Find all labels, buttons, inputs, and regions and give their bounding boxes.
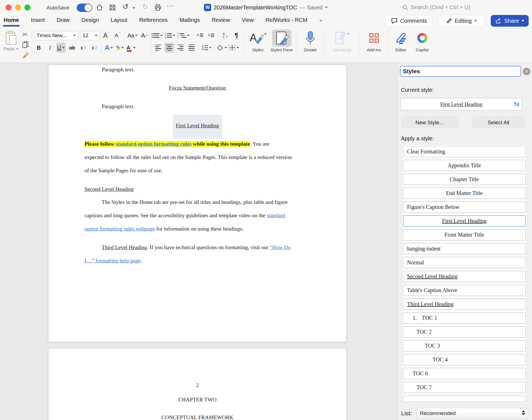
style-item-partial[interactable] xyxy=(403,396,526,402)
increase-indent-button[interactable] xyxy=(206,31,216,41)
help-page-link[interactable]: I…” formatting help page xyxy=(85,258,140,264)
document-page-2[interactable]: 2 CHAPTER TWO CONCEPTUAL FRAMEWORK xyxy=(48,348,347,420)
style-item-appendix-title[interactable]: Appendix Title xyxy=(403,160,526,171)
tab-home[interactable]: Home xyxy=(4,17,19,27)
tab-view[interactable]: View xyxy=(242,17,254,27)
close-pane-button[interactable]: ✕ xyxy=(523,68,530,75)
style-item-toc-2[interactable]: TOC 2 xyxy=(403,326,526,338)
more-tabs-icon[interactable]: » xyxy=(319,17,323,27)
shrink-font-button[interactable]: Aˇ xyxy=(113,31,122,41)
new-style-button[interactable]: New Style... xyxy=(401,117,458,128)
save-icon[interactable] xyxy=(109,4,116,11)
styles-pane-button[interactable]: Styles Pane xyxy=(270,29,294,62)
superscript-button[interactable]: x2 xyxy=(89,43,99,53)
style-list[interactable]: Clear Formatting Appendix Title Chapter … xyxy=(401,144,527,402)
style-item-second-level-heading[interactable]: Second Level Heading xyxy=(403,271,526,282)
styles-button[interactable]: A Styles xyxy=(246,29,270,62)
font-name-combo[interactable]: Times New... xyxy=(34,31,78,40)
formatting-rules-link[interactable]: standard option formatting rules xyxy=(116,141,192,147)
close-window-button[interactable] xyxy=(6,4,12,11)
more-commands-icon[interactable]: ··· xyxy=(167,1,175,10)
style-item-third-level-heading[interactable]: Third Level Heading xyxy=(403,298,526,310)
style-item-tables-caption-above[interactable]: Table's Caption Above xyxy=(403,285,526,296)
show-paragraph-marks-button[interactable]: ¶ xyxy=(232,31,241,41)
share-button[interactable]: Share xyxy=(491,15,529,27)
borders-button[interactable] xyxy=(229,43,239,53)
tab-layout[interactable]: Layout xyxy=(111,17,127,27)
align-left-button[interactable] xyxy=(154,43,163,53)
add-ins-button[interactable]: Add-ins xyxy=(362,29,386,62)
tab-refworks-rcm[interactable]: RefWorks - RCM xyxy=(266,17,308,27)
comments-button[interactable]: Comments xyxy=(385,15,433,27)
tab-insert[interactable]: Insert xyxy=(31,17,45,27)
bold-button[interactable]: B xyxy=(34,43,44,53)
style-item-figures-caption-below[interactable]: Figure's Caption Below xyxy=(403,201,526,213)
add-ins-label: Add-ins xyxy=(367,47,381,52)
style-item-toc-7[interactable]: TOC 7 xyxy=(403,382,526,393)
multilevel-list-button[interactable]: 1ai xyxy=(177,31,190,41)
search-box[interactable]: Search (Cmd + Ctrl + U) xyxy=(402,4,470,11)
clear-formatting-button[interactable]: A▯ xyxy=(139,31,149,41)
editor-button[interactable]: Editor xyxy=(391,29,411,62)
tab-design[interactable]: Design xyxy=(81,17,99,27)
style-item-hanging-indent[interactable]: hanging-indent xyxy=(403,243,526,254)
bullets-button[interactable] xyxy=(154,31,163,41)
mini-separator xyxy=(101,44,102,52)
webpage-link[interactable]: option formatting rules webpage xyxy=(85,226,155,232)
grow-font-button[interactable]: Aˆ xyxy=(102,31,111,41)
style-item-chapter-title[interactable]: Chapter Title xyxy=(403,174,526,185)
sort-button[interactable]: AZ ↓ xyxy=(221,31,230,41)
minimize-window-button[interactable] xyxy=(15,4,21,11)
font-color-button[interactable]: A xyxy=(126,43,136,53)
autosave-toggle[interactable] xyxy=(77,4,92,12)
style-item-toc-1[interactable]: 1. TOC 1 xyxy=(403,312,526,324)
undo-dropdown-chevron-icon[interactable] xyxy=(132,7,135,9)
title-chevron-icon[interactable] xyxy=(325,7,328,8)
change-case-button[interactable]: Aa xyxy=(127,31,138,41)
document-canvas[interactable]: Paragraph text. Focus Statement/Question… xyxy=(0,63,397,420)
justify-button[interactable] xyxy=(187,43,196,53)
subscript-button[interactable]: x2 xyxy=(78,43,88,53)
document-page-1[interactable]: Paragraph text. Focus Statement/Question… xyxy=(48,65,347,342)
standard-link[interactable]: standard xyxy=(267,212,285,218)
style-item-end-matter-title[interactable]: End Matter Title xyxy=(403,188,526,199)
home-icon[interactable] xyxy=(96,4,103,11)
style-item-clear-formatting[interactable]: Clear Formatting xyxy=(403,146,526,157)
list-filter-dropdown[interactable]: Recommended xyxy=(416,408,528,419)
italic-button[interactable]: I xyxy=(45,43,55,53)
styles-pane-search-field[interactable]: Styles xyxy=(400,66,521,77)
tab-mailings[interactable]: Mailings xyxy=(180,17,200,27)
text-effects-button[interactable]: A xyxy=(104,43,114,53)
copy-icon[interactable] xyxy=(22,41,29,48)
style-item-front-matter-title[interactable]: Front Matter Title xyxy=(403,229,526,241)
shading-button[interactable] xyxy=(217,43,227,53)
editing-mode-button[interactable]: Editing xyxy=(439,15,484,27)
tab-references[interactable]: References xyxy=(139,17,168,27)
font-size-combo[interactable]: 12 xyxy=(80,31,100,40)
how-do-link[interactable]: “How Do xyxy=(270,244,291,250)
undo-icon[interactable]: ↺ xyxy=(122,2,129,11)
print-icon[interactable] xyxy=(154,4,162,11)
zoom-window-button[interactable] xyxy=(24,4,30,11)
tab-draw[interactable]: Draw xyxy=(57,17,70,27)
tab-review[interactable]: Review xyxy=(212,17,230,27)
align-center-button[interactable] xyxy=(165,43,174,53)
style-item-normal[interactable]: Normal xyxy=(403,257,526,268)
copilot-button[interactable]: Copilot xyxy=(411,29,433,62)
underline-button[interactable]: U xyxy=(56,43,66,53)
decrease-indent-button[interactable] xyxy=(195,31,204,41)
style-item-toc-3[interactable]: TOC 3 xyxy=(403,340,526,351)
style-item-first-level-heading[interactable]: First Level Heading xyxy=(403,215,526,227)
highlight-color-button[interactable]: ✎ xyxy=(115,43,125,53)
strikethrough-button[interactable]: ab xyxy=(67,43,77,53)
style-item-toc-4[interactable]: TOC 4 xyxy=(403,354,526,365)
format-painter-icon[interactable] xyxy=(22,52,29,59)
paste-button[interactable]: Paste xyxy=(3,31,19,59)
style-item-toc-6[interactable]: TOC 6 xyxy=(403,368,526,379)
dictate-button[interactable]: Dictate xyxy=(298,29,322,62)
select-all-button[interactable]: Select All xyxy=(472,117,525,128)
line-spacing-button[interactable] xyxy=(201,43,212,53)
cut-icon[interactable]: ✂ xyxy=(22,32,29,38)
align-right-button[interactable] xyxy=(176,43,185,53)
numbering-button[interactable]: 123 xyxy=(165,31,175,41)
